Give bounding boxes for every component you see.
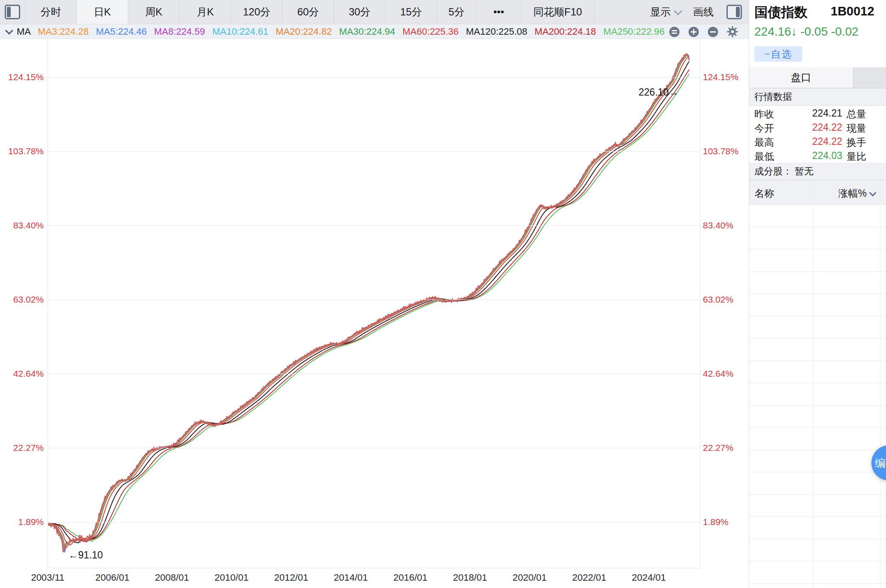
x-axis-label: 2016/01 xyxy=(383,572,438,583)
market-data-cell: 昨收 xyxy=(754,108,774,121)
tab-•••[interactable]: ••• xyxy=(476,0,521,24)
market-data-cell: 224.22 xyxy=(812,122,842,133)
market-data-row: 今开224.22现量 xyxy=(749,120,886,134)
x-axis-label: 2003/11 xyxy=(20,572,75,583)
y-axis-label-right: 63.02% xyxy=(703,294,733,305)
plot-border-bottom xyxy=(48,568,700,568)
tab-日K[interactable]: 日K xyxy=(77,0,128,24)
y-axis-label-right: 42.64% xyxy=(703,369,733,379)
market-data-cell: 量比 xyxy=(847,150,866,163)
x-axis-label: 2018/01 xyxy=(442,572,498,583)
y-axis-label-left: 63.02% xyxy=(0,294,44,305)
ma-indicator-bar: MA MA3:224.28MA5:224.46MA8:224.59MA10:22… xyxy=(0,25,749,39)
down-arrow-icon: ↓ xyxy=(791,25,797,38)
watchlist-empty-row xyxy=(749,205,886,227)
kline-chart[interactable]: 226.10→ ←91.10 124.15%124.15%103.78%103.… xyxy=(0,39,749,567)
min-value-annotation: ←91.10 xyxy=(68,549,103,561)
y-axis-label-right: 124.15% xyxy=(703,72,738,82)
y-axis-label-right: 103.78% xyxy=(703,146,738,156)
ma-value: MA10:224.61 xyxy=(212,26,268,37)
plot-border xyxy=(700,39,700,568)
gridline xyxy=(48,448,700,448)
remove-watchlist-button[interactable]: −自选 xyxy=(754,46,802,62)
ma-value: MA60:225.36 xyxy=(403,26,459,37)
quote-tabs: 盘口 xyxy=(749,67,886,88)
ma-value: MA5:224.46 xyxy=(96,26,147,37)
x-axis-label: 2012/01 xyxy=(263,572,319,583)
watchlist-empty-row xyxy=(749,272,886,294)
ma-value: MA8:224.59 xyxy=(154,26,205,37)
market-data-cell: 今开 xyxy=(754,122,774,135)
indicator-lines-icon[interactable] xyxy=(669,26,680,38)
market-data-row: 昨收224.21总量 xyxy=(749,106,886,120)
ma-value: MA30:224.94 xyxy=(339,26,395,37)
watchlist-empty-row xyxy=(749,339,886,361)
market-data-row: 最低224.03量比 xyxy=(749,148,886,162)
max-value-annotation: 226.10→ xyxy=(571,87,678,98)
watchlist-empty-row xyxy=(749,495,886,517)
watchlist-table-header: 名称 涨幅% xyxy=(749,180,886,205)
last-price: 224.16↓ -0.05 -0.02 xyxy=(754,25,859,39)
ma-collapse-chevron-icon[interactable] xyxy=(5,27,13,34)
ma-value: MA20:224.82 xyxy=(276,26,332,37)
chart-tool-icons xyxy=(669,25,738,39)
tab-周K[interactable]: 周K xyxy=(128,0,180,24)
tab-5分[interactable]: 5分 xyxy=(437,0,476,24)
tab-30分[interactable]: 30分 xyxy=(334,0,386,24)
y-axis-label-left: 1.89% xyxy=(0,517,44,527)
tab-pankou[interactable]: 盘口 xyxy=(749,67,853,88)
y-axis-label-left: 103.78% xyxy=(0,146,44,156)
tab-120分[interactable]: 120分 xyxy=(231,0,283,24)
left-panel-toggle-button[interactable] xyxy=(0,0,25,24)
gridline xyxy=(48,151,700,152)
watchlist-empty-row xyxy=(749,249,886,272)
ma-value: MA3:224.28 xyxy=(38,26,89,37)
x-axis-label: 2014/01 xyxy=(323,572,379,583)
y-axis-label-right: 22.27% xyxy=(703,443,733,453)
col-change-label: 涨幅% xyxy=(838,187,867,200)
plot-border xyxy=(48,39,48,568)
zoom-out-icon[interactable] xyxy=(707,26,719,38)
ma-value: MA250:222.96 xyxy=(603,26,665,37)
display-menu[interactable]: 显示 xyxy=(650,5,680,19)
y-axis-label-left: 22.27% xyxy=(0,443,44,453)
settings-gear-icon[interactable] xyxy=(726,26,738,38)
col-change-header[interactable]: 涨幅% xyxy=(838,187,874,200)
market-data-cell: 现量 xyxy=(847,122,866,135)
tab-分时[interactable]: 分时 xyxy=(25,0,77,24)
market-data-cell: 最高 xyxy=(754,136,774,149)
x-axis-label: 2006/01 xyxy=(84,572,140,583)
x-axis-label: 2024/01 xyxy=(621,572,677,583)
tab-同花顺F10[interactable]: 同花顺F10 xyxy=(521,0,594,24)
tab-60分[interactable]: 60分 xyxy=(283,0,334,24)
gridline xyxy=(48,77,700,78)
y-axis-label-left: 42.64% xyxy=(0,369,44,379)
watchlist-empty-row xyxy=(749,450,886,472)
app-window: 分时日K周K月K120分60分30分15分5分•••同花顺F10 显示 画线 M… xyxy=(0,0,886,588)
left-panel-toggle-icon xyxy=(5,5,20,19)
price-change-pct: -0.02 xyxy=(831,25,859,38)
watchlist-empty-row xyxy=(749,561,886,584)
table-column-divider xyxy=(880,180,880,588)
market-data-cell: 换手 xyxy=(847,136,866,149)
tab-月K[interactable]: 月K xyxy=(180,0,231,24)
quote-panel: 国债指数 1B0012 224.16↓ -0.05 -0.02 −自选 盘口 行… xyxy=(749,0,886,588)
watchlist-empty-row xyxy=(749,517,886,539)
market-data-cell: 224.22 xyxy=(812,136,842,147)
draw-line-button[interactable]: 画线 xyxy=(693,5,714,19)
watchlist-empty-row xyxy=(749,316,886,339)
gridline xyxy=(48,300,700,300)
market-data-cell: 总量 xyxy=(847,108,866,121)
x-axis-label: 2010/01 xyxy=(204,572,259,583)
watchlist-empty-row xyxy=(749,472,886,495)
market-data-header: 行情数据 xyxy=(749,88,886,106)
kline-series xyxy=(48,39,700,568)
watchlist-empty-row xyxy=(749,294,886,316)
watchlist-empty-row xyxy=(749,584,886,588)
watchlist-empty-row xyxy=(749,405,886,428)
zoom-in-icon[interactable] xyxy=(688,26,699,38)
tab-15分[interactable]: 15分 xyxy=(386,0,437,24)
right-panel-toggle-icon[interactable] xyxy=(726,5,742,19)
index-name: 国债指数 xyxy=(754,3,808,21)
display-label: 显示 xyxy=(650,5,671,19)
